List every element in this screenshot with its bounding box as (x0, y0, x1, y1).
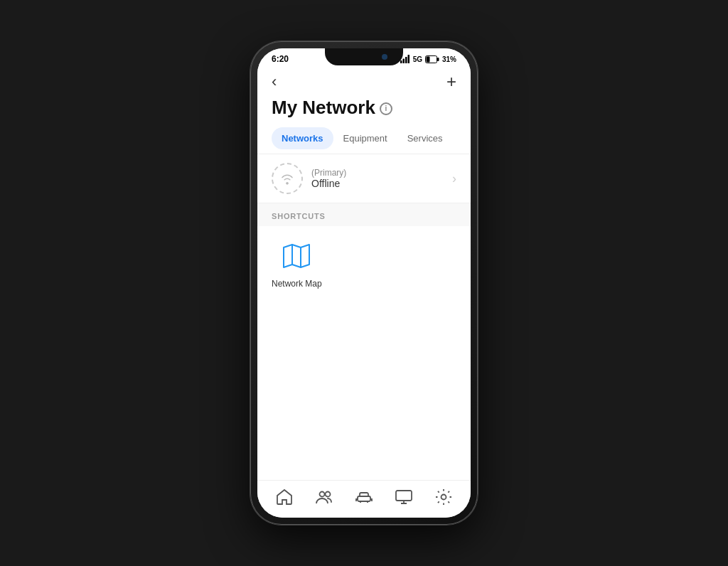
svg-point-8 (326, 492, 331, 497)
svg-rect-6 (426, 56, 429, 62)
network-primary-label: (Primary) (311, 168, 452, 178)
network-map-label: Network Map (272, 279, 322, 290)
nav-home[interactable] (275, 488, 294, 506)
network-type: 5G (413, 55, 422, 63)
status-time: 6:20 (272, 54, 289, 64)
svg-point-11 (441, 495, 446, 500)
nav-settings[interactable] (434, 488, 453, 506)
network-map-icon (278, 237, 315, 274)
phone-notch (325, 48, 403, 65)
tab-equipment[interactable]: Equipment (333, 127, 397, 149)
info-icon[interactable]: i (380, 102, 392, 115)
status-icons: 5G 31% (400, 55, 456, 63)
shortcut-network-map[interactable]: Network Map (272, 237, 322, 469)
phone-screen: 6:20 5G (257, 48, 471, 518)
page-title: My Network i (272, 97, 456, 119)
nav-furniture[interactable] (355, 488, 373, 506)
svg-point-7 (320, 492, 325, 497)
network-status: Offline (311, 178, 452, 189)
app-header: ‹ + (257, 67, 471, 94)
tab-bar: Networks Equipment Services (257, 127, 471, 154)
svg-rect-1 (402, 59, 405, 64)
svg-rect-9 (358, 496, 370, 501)
svg-rect-5 (437, 58, 439, 61)
tab-services[interactable]: Services (397, 127, 453, 149)
svg-rect-10 (396, 491, 412, 501)
phone-frame: 6:20 5G (250, 41, 478, 525)
back-button[interactable]: ‹ (272, 73, 277, 91)
main-area: (Primary) Offline › SHORTCUTS (257, 154, 471, 480)
app-content: ‹ + My Network i Networks Equipment (257, 67, 471, 518)
svg-rect-0 (400, 60, 402, 63)
chevron-right-icon: › (452, 171, 456, 186)
svg-rect-2 (405, 57, 407, 63)
wifi-icon (279, 172, 295, 185)
svg-rect-3 (407, 55, 410, 63)
wifi-icon-container (272, 163, 303, 194)
tab-networks[interactable]: Networks (272, 127, 333, 149)
bottom-nav (257, 480, 471, 518)
network-list-item[interactable]: (Primary) Offline › (257, 154, 471, 203)
nav-people[interactable] (315, 488, 333, 506)
shortcuts-label: SHORTCUTS (272, 212, 326, 220)
add-button[interactable]: + (446, 73, 456, 90)
front-camera (382, 54, 387, 60)
battery-icon (425, 55, 439, 63)
network-info: (Primary) Offline (311, 168, 452, 189)
nav-monitor[interactable] (395, 488, 413, 506)
battery-percent: 31% (442, 55, 456, 63)
shortcuts-grid: Network Map (257, 226, 471, 480)
shortcuts-section-header: SHORTCUTS (257, 203, 471, 226)
page-title-area: My Network i (257, 94, 471, 127)
